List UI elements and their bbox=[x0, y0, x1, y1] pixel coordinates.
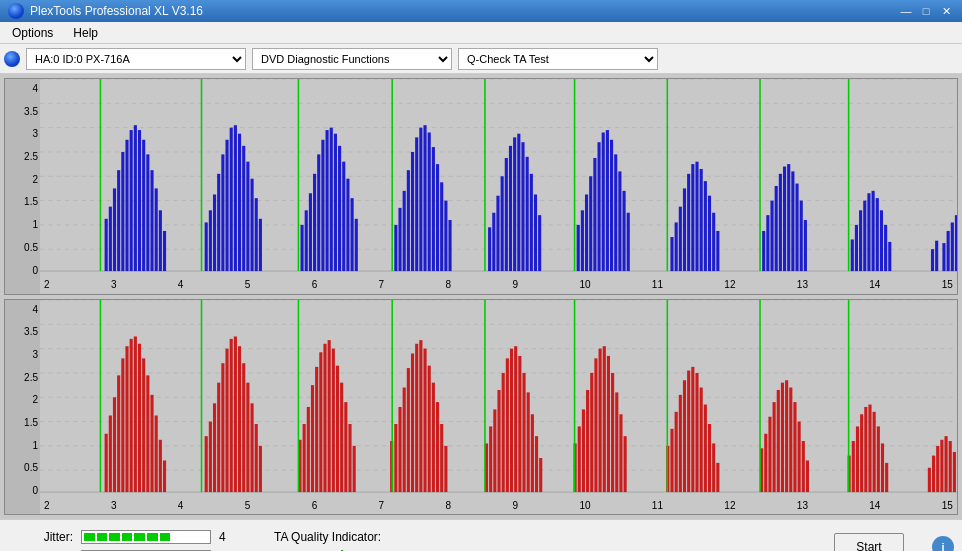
svg-rect-117 bbox=[859, 210, 862, 271]
svg-rect-215 bbox=[522, 372, 525, 491]
svg-rect-225 bbox=[594, 358, 597, 492]
svg-rect-27 bbox=[217, 174, 220, 271]
svg-rect-74 bbox=[521, 142, 524, 271]
svg-rect-70 bbox=[505, 158, 508, 271]
svg-rect-110 bbox=[787, 164, 790, 271]
svg-rect-232 bbox=[624, 436, 627, 492]
svg-rect-196 bbox=[407, 368, 410, 492]
svg-rect-183 bbox=[319, 352, 322, 492]
svg-rect-75 bbox=[526, 157, 529, 271]
svg-rect-72 bbox=[513, 137, 516, 271]
title-bar-controls[interactable]: — □ ✕ bbox=[898, 4, 954, 18]
bottom-chart-y-axis: 4 3.5 3 2.5 2 1.5 1 0.5 0 bbox=[5, 300, 40, 515]
menu-help[interactable]: Help bbox=[65, 24, 106, 42]
svg-rect-170 bbox=[230, 338, 233, 491]
svg-rect-92 bbox=[670, 237, 673, 271]
svg-rect-266 bbox=[881, 443, 884, 492]
svg-rect-174 bbox=[246, 382, 249, 491]
svg-rect-96 bbox=[687, 174, 690, 271]
svg-rect-244 bbox=[712, 443, 715, 492]
svg-rect-273 bbox=[949, 441, 952, 492]
svg-rect-97 bbox=[691, 164, 694, 271]
svg-rect-255 bbox=[798, 421, 801, 492]
function-select[interactable]: DVD Diagnostic Functions bbox=[252, 48, 452, 70]
svg-rect-201 bbox=[428, 365, 431, 491]
svg-rect-76 bbox=[530, 174, 533, 271]
svg-rect-43 bbox=[321, 140, 324, 271]
minimize-button[interactable]: — bbox=[898, 4, 914, 18]
info-button[interactable]: i bbox=[932, 536, 954, 551]
jitter-seg-6 bbox=[147, 533, 158, 541]
svg-rect-63 bbox=[440, 182, 443, 271]
start-button[interactable]: Start bbox=[834, 533, 904, 551]
drive-select[interactable]: HA:0 ID:0 PX-716A bbox=[26, 48, 246, 70]
svg-rect-111 bbox=[791, 171, 794, 271]
svg-rect-123 bbox=[884, 225, 887, 271]
svg-rect-200 bbox=[423, 348, 426, 491]
svg-rect-257 bbox=[806, 460, 809, 492]
top-chart-y-axis: 4 3.5 3 2.5 2 1.5 1 0.5 0 bbox=[5, 79, 40, 294]
svg-rect-39 bbox=[305, 210, 308, 271]
svg-rect-217 bbox=[531, 414, 534, 492]
svg-rect-62 bbox=[436, 164, 439, 271]
menu-options[interactable]: Options bbox=[4, 24, 61, 42]
svg-rect-101 bbox=[708, 196, 711, 271]
svg-rect-33 bbox=[242, 146, 245, 271]
svg-rect-125 bbox=[942, 243, 945, 271]
title-bar: PlexTools Professional XL V3.16 — □ ✕ bbox=[0, 0, 962, 22]
svg-rect-46 bbox=[334, 134, 337, 271]
svg-rect-219 bbox=[539, 458, 542, 492]
svg-rect-150 bbox=[109, 415, 112, 492]
svg-rect-271 bbox=[940, 439, 943, 491]
svg-rect-126 bbox=[947, 231, 950, 271]
svg-rect-128 bbox=[955, 215, 957, 271]
svg-rect-50 bbox=[351, 198, 354, 271]
svg-rect-56 bbox=[411, 152, 414, 271]
svg-rect-83 bbox=[593, 158, 596, 271]
svg-rect-203 bbox=[436, 402, 439, 492]
svg-rect-91 bbox=[627, 213, 630, 271]
svg-rect-189 bbox=[344, 402, 347, 492]
close-button[interactable]: ✕ bbox=[938, 4, 954, 18]
svg-rect-222 bbox=[582, 409, 585, 492]
svg-rect-24 bbox=[205, 222, 208, 271]
svg-rect-187 bbox=[336, 365, 339, 491]
svg-rect-164 bbox=[205, 436, 208, 492]
svg-rect-68 bbox=[496, 196, 499, 271]
jitter-label: Jitter: bbox=[8, 530, 73, 544]
svg-rect-81 bbox=[585, 194, 588, 271]
svg-rect-25 bbox=[209, 210, 212, 271]
svg-rect-204 bbox=[440, 423, 443, 491]
svg-rect-127 bbox=[951, 222, 954, 271]
svg-rect-241 bbox=[700, 387, 703, 492]
svg-rect-151 bbox=[113, 397, 116, 492]
jitter-bar bbox=[81, 530, 211, 544]
svg-rect-188 bbox=[340, 382, 343, 491]
svg-rect-42 bbox=[317, 154, 320, 271]
jitter-row: Jitter: 4 bbox=[8, 530, 234, 544]
svg-rect-198 bbox=[415, 343, 418, 491]
svg-rect-64 bbox=[444, 201, 447, 272]
svg-rect-163 bbox=[163, 460, 166, 492]
svg-rect-272 bbox=[944, 436, 947, 492]
svg-rect-157 bbox=[138, 343, 141, 491]
svg-rect-254 bbox=[793, 402, 796, 492]
svg-rect-216 bbox=[527, 392, 530, 492]
svg-rect-165 bbox=[209, 421, 212, 492]
svg-rect-184 bbox=[323, 343, 326, 491]
svg-rect-207 bbox=[489, 426, 492, 492]
svg-rect-77 bbox=[534, 194, 537, 271]
svg-rect-155 bbox=[130, 338, 133, 491]
svg-rect-259 bbox=[852, 441, 855, 492]
maximize-button[interactable]: □ bbox=[918, 4, 934, 18]
svg-rect-53 bbox=[398, 208, 401, 271]
svg-rect-256 bbox=[802, 441, 805, 492]
test-select[interactable]: Q-Check TA Test bbox=[458, 48, 658, 70]
svg-rect-30 bbox=[230, 128, 233, 271]
svg-rect-52 bbox=[394, 225, 397, 271]
svg-rect-234 bbox=[670, 428, 673, 491]
svg-rect-21 bbox=[155, 188, 158, 271]
svg-rect-261 bbox=[860, 414, 863, 492]
ta-quality-label: TA Quality Indicator: bbox=[274, 530, 381, 544]
svg-rect-248 bbox=[768, 416, 771, 491]
